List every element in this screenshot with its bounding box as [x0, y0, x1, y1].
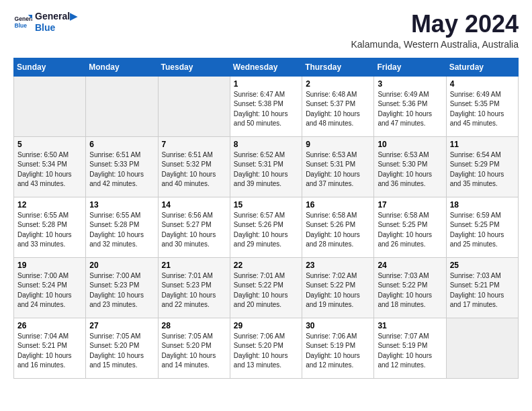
day-number: 14	[162, 200, 226, 210]
weekday-header: Wednesday	[230, 58, 302, 76]
calendar-cell: 31Sunrise: 7:07 AM Sunset: 5:19 PM Dayli…	[374, 318, 446, 378]
day-number: 10	[378, 140, 442, 149]
calendar-cell: 11Sunrise: 6:54 AM Sunset: 5:29 PM Dayli…	[446, 136, 518, 197]
day-info: Sunrise: 6:58 AM Sunset: 5:25 PM Dayligh…	[378, 211, 442, 250]
page-header: General Blue General▶ Blue May 2024 Kala…	[13, 11, 519, 50]
logo-icon: General Blue	[13, 13, 32, 32]
calendar-cell: 23Sunrise: 7:02 AM Sunset: 5:22 PM Dayli…	[302, 257, 374, 318]
calendar-cell: 4Sunrise: 6:49 AM Sunset: 5:35 PM Daylig…	[446, 76, 518, 136]
title-block: May 2024 Kalamunda, Western Australia, A…	[351, 11, 519, 50]
weekday-header: Saturday	[446, 58, 518, 76]
day-info: Sunrise: 7:03 AM Sunset: 5:21 PM Dayligh…	[450, 271, 515, 310]
day-number: 2	[306, 79, 370, 89]
day-number: 30	[306, 321, 370, 330]
calendar-header: SundayMondayTuesdayWednesdayThursdayFrid…	[14, 58, 519, 76]
day-number: 18	[450, 200, 515, 210]
calendar-cell: 25Sunrise: 7:03 AM Sunset: 5:21 PM Dayli…	[446, 257, 518, 318]
calendar-cell: 10Sunrise: 6:53 AM Sunset: 5:30 PM Dayli…	[374, 136, 446, 197]
day-number: 25	[450, 261, 515, 270]
day-info: Sunrise: 6:56 AM Sunset: 5:27 PM Dayligh…	[162, 211, 226, 250]
calendar-table: SundayMondayTuesdayWednesdayThursdayFrid…	[13, 58, 519, 379]
day-number: 19	[17, 261, 82, 270]
calendar-cell: 19Sunrise: 7:00 AM Sunset: 5:24 PM Dayli…	[14, 257, 86, 318]
month-title: May 2024	[351, 11, 519, 38]
day-info: Sunrise: 7:01 AM Sunset: 5:22 PM Dayligh…	[234, 271, 298, 310]
day-number: 16	[306, 200, 370, 210]
day-number: 7	[162, 140, 226, 149]
calendar-cell	[86, 76, 158, 136]
calendar-week-row: 19Sunrise: 7:00 AM Sunset: 5:24 PM Dayli…	[14, 257, 519, 318]
day-info: Sunrise: 6:47 AM Sunset: 5:38 PM Dayligh…	[234, 90, 298, 129]
logo-text: General▶ Blue	[35, 11, 77, 34]
calendar-cell: 6Sunrise: 6:51 AM Sunset: 5:33 PM Daylig…	[86, 136, 158, 197]
day-info: Sunrise: 6:58 AM Sunset: 5:26 PM Dayligh…	[306, 211, 370, 250]
day-info: Sunrise: 6:53 AM Sunset: 5:31 PM Dayligh…	[306, 150, 370, 189]
weekday-header: Thursday	[302, 58, 374, 76]
day-number: 28	[162, 321, 226, 330]
day-number: 27	[89, 321, 154, 330]
day-info: Sunrise: 6:49 AM Sunset: 5:35 PM Dayligh…	[450, 90, 515, 129]
day-number: 1	[234, 79, 298, 89]
calendar-week-row: 1Sunrise: 6:47 AM Sunset: 5:38 PM Daylig…	[14, 76, 519, 136]
calendar-cell: 9Sunrise: 6:53 AM Sunset: 5:31 PM Daylig…	[302, 136, 374, 197]
day-number: 21	[162, 261, 226, 270]
day-number: 6	[89, 140, 154, 149]
calendar-cell	[14, 76, 86, 136]
calendar-cell: 15Sunrise: 6:57 AM Sunset: 5:26 PM Dayli…	[230, 197, 302, 257]
day-info: Sunrise: 6:59 AM Sunset: 5:25 PM Dayligh…	[450, 211, 515, 250]
day-info: Sunrise: 7:05 AM Sunset: 5:20 PM Dayligh…	[162, 332, 226, 371]
logo: General Blue General▶ Blue	[13, 11, 77, 34]
calendar-cell: 27Sunrise: 7:05 AM Sunset: 5:20 PM Dayli…	[86, 318, 158, 378]
day-info: Sunrise: 7:03 AM Sunset: 5:22 PM Dayligh…	[378, 271, 442, 310]
day-info: Sunrise: 6:51 AM Sunset: 5:32 PM Dayligh…	[162, 150, 226, 189]
calendar-cell: 24Sunrise: 7:03 AM Sunset: 5:22 PM Dayli…	[374, 257, 446, 318]
day-info: Sunrise: 6:55 AM Sunset: 5:28 PM Dayligh…	[89, 211, 154, 250]
day-info: Sunrise: 7:00 AM Sunset: 5:23 PM Dayligh…	[89, 271, 154, 310]
calendar-cell: 14Sunrise: 6:56 AM Sunset: 5:27 PM Dayli…	[158, 197, 230, 257]
calendar-week-row: 5Sunrise: 6:50 AM Sunset: 5:34 PM Daylig…	[14, 136, 519, 197]
day-info: Sunrise: 7:06 AM Sunset: 5:19 PM Dayligh…	[306, 332, 370, 371]
day-info: Sunrise: 6:53 AM Sunset: 5:30 PM Dayligh…	[378, 150, 442, 189]
day-info: Sunrise: 7:05 AM Sunset: 5:20 PM Dayligh…	[89, 332, 154, 371]
day-info: Sunrise: 6:48 AM Sunset: 5:37 PM Dayligh…	[306, 90, 370, 129]
day-number: 3	[378, 79, 442, 89]
svg-text:Blue: Blue	[15, 22, 28, 29]
calendar-week-row: 26Sunrise: 7:04 AM Sunset: 5:21 PM Dayli…	[14, 318, 519, 378]
calendar-week-row: 12Sunrise: 6:55 AM Sunset: 5:28 PM Dayli…	[14, 197, 519, 257]
calendar-cell: 21Sunrise: 7:01 AM Sunset: 5:23 PM Dayli…	[158, 257, 230, 318]
calendar-cell	[158, 76, 230, 136]
day-info: Sunrise: 7:04 AM Sunset: 5:21 PM Dayligh…	[17, 332, 82, 371]
day-number: 12	[17, 200, 82, 210]
svg-text:General: General	[15, 15, 32, 22]
day-info: Sunrise: 6:52 AM Sunset: 5:31 PM Dayligh…	[234, 150, 298, 189]
calendar-cell: 16Sunrise: 6:58 AM Sunset: 5:26 PM Dayli…	[302, 197, 374, 257]
day-info: Sunrise: 6:51 AM Sunset: 5:33 PM Dayligh…	[89, 150, 154, 189]
calendar-cell: 20Sunrise: 7:00 AM Sunset: 5:23 PM Dayli…	[86, 257, 158, 318]
day-info: Sunrise: 6:57 AM Sunset: 5:26 PM Dayligh…	[234, 211, 298, 250]
day-info: Sunrise: 7:07 AM Sunset: 5:19 PM Dayligh…	[378, 332, 442, 371]
day-info: Sunrise: 7:02 AM Sunset: 5:22 PM Dayligh…	[306, 271, 370, 310]
day-number: 9	[306, 140, 370, 149]
weekday-header: Tuesday	[158, 58, 230, 76]
calendar-cell: 1Sunrise: 6:47 AM Sunset: 5:38 PM Daylig…	[230, 76, 302, 136]
day-info: Sunrise: 6:54 AM Sunset: 5:29 PM Dayligh…	[450, 150, 515, 189]
day-number: 8	[234, 140, 298, 149]
day-number: 23	[306, 261, 370, 270]
calendar-cell: 2Sunrise: 6:48 AM Sunset: 5:37 PM Daylig…	[302, 76, 374, 136]
day-number: 29	[234, 321, 298, 330]
day-info: Sunrise: 6:49 AM Sunset: 5:36 PM Dayligh…	[378, 90, 442, 129]
calendar-cell: 22Sunrise: 7:01 AM Sunset: 5:22 PM Dayli…	[230, 257, 302, 318]
calendar-cell: 13Sunrise: 6:55 AM Sunset: 5:28 PM Dayli…	[86, 197, 158, 257]
day-number: 24	[378, 261, 442, 270]
calendar-cell: 28Sunrise: 7:05 AM Sunset: 5:20 PM Dayli…	[158, 318, 230, 378]
weekday-header: Monday	[86, 58, 158, 76]
calendar-cell: 18Sunrise: 6:59 AM Sunset: 5:25 PM Dayli…	[446, 197, 518, 257]
calendar-cell: 7Sunrise: 6:51 AM Sunset: 5:32 PM Daylig…	[158, 136, 230, 197]
weekday-header: Sunday	[14, 58, 86, 76]
calendar-cell	[446, 318, 518, 378]
day-number: 22	[234, 261, 298, 270]
day-number: 26	[17, 321, 82, 330]
day-info: Sunrise: 6:55 AM Sunset: 5:28 PM Dayligh…	[17, 211, 82, 250]
calendar-cell: 12Sunrise: 6:55 AM Sunset: 5:28 PM Dayli…	[14, 197, 86, 257]
day-info: Sunrise: 7:00 AM Sunset: 5:24 PM Dayligh…	[17, 271, 82, 310]
